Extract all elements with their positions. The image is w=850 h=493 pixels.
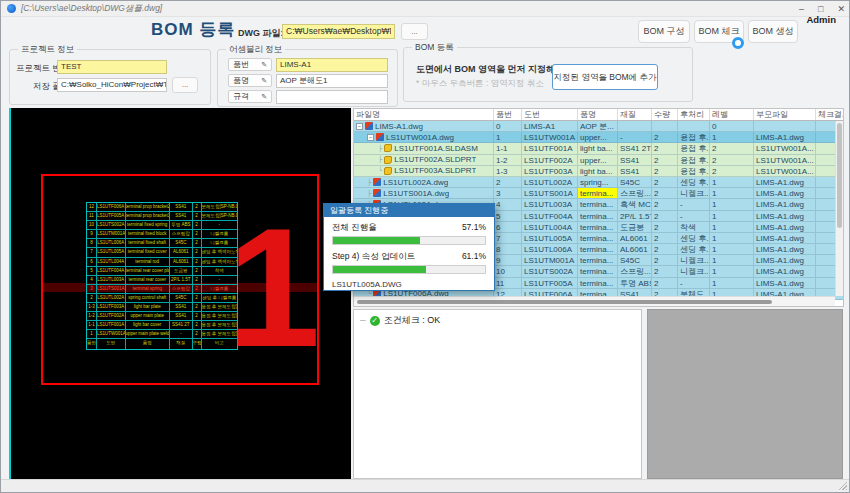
grid-cell: 11 [494, 278, 522, 288]
part-no-field[interactable]: LIMS-A1 [276, 58, 388, 72]
cad-table-cell: terminal rod [126, 258, 170, 266]
status-bar [1, 479, 849, 492]
progress-dialog-title: 일괄등록 진행중 [324, 204, 494, 217]
condition-check-item[interactable]: ─ ✓ 조건체크 : OK [354, 310, 641, 327]
folder-browse-button[interactable]: ... [172, 77, 198, 93]
dwg-file-input[interactable] [282, 24, 395, 39]
grid-cell: light ba... [578, 143, 618, 153]
cad-table-row: 품번도번품명재질수량비고 [87, 339, 237, 348]
vertical-scroll-thumb[interactable] [837, 123, 842, 228]
grid-cell: - [678, 211, 710, 221]
spec-field[interactable] [276, 90, 388, 104]
table-row[interactable]: ├LS1UTS001A.dwg3LS1UTS001Atermina...스프링.… [354, 188, 843, 199]
minimize-button[interactable]: – [799, 1, 804, 17]
add-area-to-bom-button[interactable]: 지정된 영역을 BOM에 추가 [552, 64, 658, 90]
tree-expander-icon[interactable]: − [367, 134, 374, 141]
table-row[interactable]: └LS1UTF003A.SLDPRT1-3LS1UTF003Alight ba.… [354, 166, 843, 177]
grid-cell: 2P/L 1.5T [618, 211, 652, 221]
grid-cell: 2 [652, 233, 678, 243]
cad-table-row: 1LS1UTW001Aupper main plate welding plan… [87, 330, 237, 339]
cad-table-row: 3LS1UTS001Aterminal spring스프링강2니켈크롬 [87, 285, 237, 294]
grid-cell: - [618, 132, 652, 142]
close-button[interactable]: ✕ [837, 1, 845, 17]
grid-cell: 니켈크... [678, 255, 710, 265]
grid-cell: 흑색 MC [618, 199, 652, 209]
grid-cell: 1-3 [494, 166, 522, 176]
cad-table-cell: LS1UTW001A [97, 330, 126, 338]
grid-cell: 1 [710, 211, 754, 221]
save-folder-field[interactable]: C:₩Solko_HiCon₩Project₩TEST [57, 78, 167, 92]
tree-connector: ─ [360, 316, 366, 325]
cad-table-cell: 9 [87, 230, 97, 238]
grid-cell: upper... [578, 155, 618, 165]
grid-cell: 1-1 [494, 143, 522, 153]
cad-table-cell: AL6061 [170, 258, 193, 266]
grid-cell: 착색 [678, 222, 710, 232]
part-name-field[interactable]: AOP 분해도1 [276, 74, 388, 88]
cad-table-cell: 4 [87, 276, 97, 284]
cad-table-cell: LS1UTF001A [97, 321, 126, 329]
grid-cell: −LS1UTW001A.dwg [354, 132, 494, 142]
cad-table-cell: 2 [193, 258, 202, 266]
project-no-field[interactable]: TEST [57, 60, 167, 74]
grid-cell: - [678, 199, 710, 209]
cad-table-cell: LS1UTS002A [97, 221, 126, 229]
user-label: Admin [806, 14, 836, 25]
grid-cell: LS1UTW001A [522, 132, 578, 142]
file-name: LS1UTF003A.SLDPRT [394, 166, 476, 176]
resize-grip[interactable] [838, 481, 847, 490]
part-no-label-button[interactable]: 품번✎ [228, 58, 272, 71]
table-row[interactable]: ├LS1UTF001A.SLDASM1-1LS1UTF001Alight ba.… [354, 143, 843, 154]
grid-cell: 5 [494, 211, 522, 221]
spec-label-button[interactable]: 규격✎ [228, 90, 272, 103]
cad-table-cell: 1 [87, 330, 97, 338]
cad-table-cell: 1-2 [87, 312, 97, 320]
project-info-group: 프로젝트 정보 프로젝트 번호 : TEST 저장 폴더 : C:₩Solko_… [9, 49, 211, 105]
cad-viewport[interactable]: 12LS1UTF006Aterminal prop bracket2SS412분… [9, 108, 351, 479]
grid-cell: AL6061 [618, 233, 652, 243]
condition-check-panel: ─ ✓ 조건체크 : OK [353, 309, 642, 479]
grid-cell: - [678, 278, 710, 288]
grid-cell: ├LS1UTL002A.dwg [354, 177, 494, 187]
grid-cell: spring... [578, 177, 618, 187]
grid-cell: SS41 [618, 155, 652, 165]
cad-table-row: 9LS1UTM001Aterminal fixed block스프링강2니켈크롬 [87, 230, 237, 239]
grid-cell: LS1UTL004A [522, 222, 578, 232]
grid-horizontal-scrollbar[interactable] [354, 296, 835, 306]
table-row[interactable]: ├LS1UTL002A.dwg2LS1UTL002Aspring...S45C2… [354, 177, 843, 188]
bom-build-button[interactable]: BOM 구성 [638, 20, 690, 43]
table-row[interactable]: −LS1UTW001A.dwg1LS1UTW001Aupper...-2용접 후… [354, 132, 843, 143]
horizontal-scroll-thumb[interactable] [357, 300, 772, 304]
dwg-browse-button[interactable]: ... [401, 23, 428, 40]
file-name: LS1UTL002A.dwg [383, 177, 448, 187]
file-name: LS1UTF002A.SLDPRT [394, 155, 476, 165]
table-row[interactable]: ├LS1UTF002A.SLDPRT1-2LS1UTF002Aupper...S… [354, 155, 843, 166]
grid-vertical-scrollbar[interactable] [835, 121, 843, 296]
viewport-edge-strip [9, 108, 11, 479]
table-row[interactable]: −LIMS-A1.dwg0LIMS-A1AOP 분...0 [354, 121, 843, 132]
cad-table-cell: terminal fixed spring [126, 221, 170, 229]
grid-cell: 1 [710, 132, 754, 142]
grid-cell: 센딩 후... [678, 233, 710, 243]
cad-table-cell: SS41 [170, 212, 193, 220]
grid-cell: 1 [710, 244, 754, 254]
grid-cell: LS1UTF001A [522, 143, 578, 153]
grid-cell: 니켈크... [678, 188, 710, 198]
cad-table-row: 8LS1UTL006Aterminal fixed shaftS45C2니켈크롬 [87, 239, 237, 248]
cad-table-cell: 2 [193, 312, 202, 320]
cad-table-cell: 1-1 [87, 321, 97, 329]
cad-table-cell: 품명 [126, 339, 170, 348]
current-file-label: LS1UTL005A.DWG [332, 280, 486, 289]
grid-cell: 8 [494, 244, 522, 254]
cad-table-cell: 12 [87, 203, 97, 211]
cad-table-cell: terminal rear cover plate [126, 267, 170, 275]
overall-progress-label: 전체 진행율 [332, 222, 377, 234]
solidworks-file-icon [384, 167, 392, 175]
tree-expander-icon[interactable]: − [356, 123, 363, 130]
grid-cell: 1 [710, 233, 754, 243]
part-name-label-button[interactable]: 품명✎ [228, 74, 272, 87]
grid-cell: LIMS-A1 [522, 121, 578, 131]
bom-generate-button[interactable]: BOM 생성 [748, 20, 798, 43]
grid-cell: ├LS1UTF001A.SLDASM [354, 143, 494, 153]
cad-table-cell: 2 [193, 239, 202, 247]
